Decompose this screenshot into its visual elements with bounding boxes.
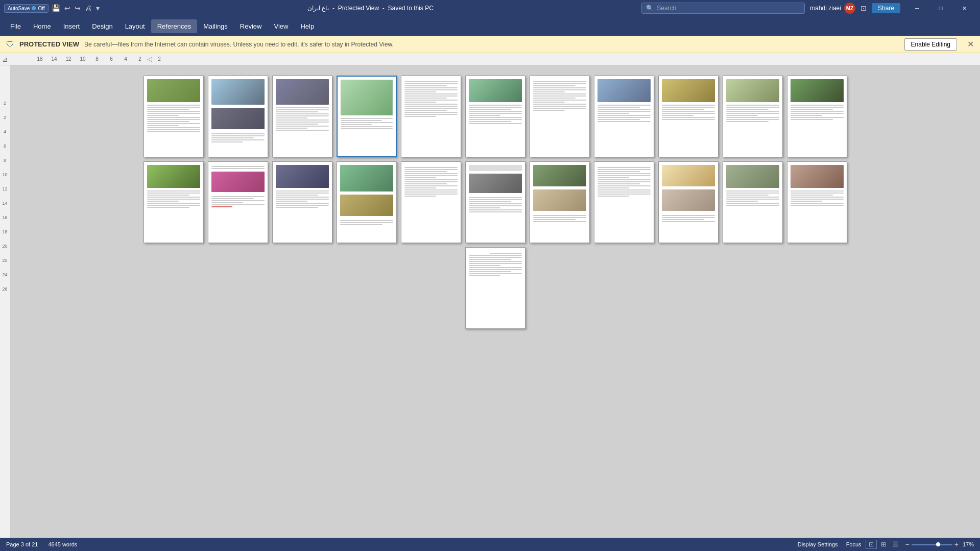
save-icon[interactable]: 💾 — [52, 4, 60, 12]
text-line — [791, 201, 822, 202]
text-line — [533, 102, 565, 103]
display-settings[interactable]: Display Settings — [798, 541, 838, 547]
page-thumb-6[interactable] — [465, 76, 525, 157]
read-mode-view-button[interactable]: ☰ — [890, 540, 901, 549]
page-thumb-17[interactable] — [465, 161, 525, 243]
menu-layout[interactable]: Layout — [119, 19, 151, 33]
autosave-toggle[interactable]: AutoSave Off — [4, 4, 49, 13]
page-13-text-top — [211, 165, 265, 170]
title-bar-right: mahdi ziaei MZ ⊡ Share — [810, 3, 900, 14]
ruler-arrow-left: ◁ — [147, 55, 152, 63]
page-thumb-13[interactable] — [208, 161, 268, 243]
text-line — [469, 117, 522, 118]
text-line — [726, 203, 779, 204]
page-thumb-19[interactable] — [594, 161, 654, 243]
page-thumb-2[interactable] — [208, 76, 268, 157]
text-line — [533, 106, 586, 107]
page-7-text — [533, 79, 586, 112]
close-button[interactable]: ✕ — [952, 0, 976, 16]
menu-help[interactable]: Help — [294, 19, 320, 33]
menu-review[interactable]: Review — [234, 19, 268, 33]
zoom-slider[interactable] — [912, 544, 952, 545]
page-thumb-3[interactable] — [272, 76, 332, 157]
menu-file[interactable]: File — [4, 19, 27, 33]
page-thumb-10[interactable] — [723, 76, 783, 157]
search-input[interactable] — [657, 5, 800, 12]
text-line — [533, 104, 586, 105]
page-thumb-4[interactable] — [337, 76, 397, 157]
web-layout-view-button[interactable]: ⊞ — [878, 540, 889, 549]
document-area[interactable] — [10, 65, 980, 538]
print-icon[interactable]: 🖨 — [85, 4, 92, 12]
page-thumb-8[interactable] — [594, 76, 654, 157]
page-thumb-14[interactable] — [272, 161, 332, 243]
text-line — [147, 113, 200, 114]
text-line — [211, 198, 254, 199]
ribbon-display-icon[interactable]: ⊡ — [861, 4, 867, 12]
menu-home[interactable]: Home — [27, 19, 57, 33]
text-line — [597, 121, 651, 122]
text-line — [726, 205, 779, 206]
zoom-in-button[interactable]: + — [954, 540, 959, 548]
page-8-text — [597, 104, 651, 123]
page-thumb-23[interactable] — [465, 247, 525, 329]
minimize-button[interactable]: ─ — [905, 0, 929, 16]
text-line — [341, 128, 393, 129]
enable-editing-button[interactable]: Enable Editing — [904, 38, 957, 51]
text-line — [404, 175, 458, 176]
text-line — [147, 121, 189, 122]
menu-references[interactable]: References — [151, 19, 197, 33]
text-line — [469, 115, 500, 116]
text-line — [341, 118, 393, 119]
page-thumb-5[interactable] — [401, 76, 461, 157]
text-line — [597, 189, 651, 190]
more-icon[interactable]: ▾ — [96, 4, 100, 12]
page-thumb-22[interactable] — [787, 161, 847, 243]
page-thumb-15[interactable] — [337, 161, 397, 243]
left-ruler-4: 4 — [4, 125, 6, 139]
text-line — [211, 133, 265, 134]
page-thumb-1[interactable] — [144, 76, 204, 157]
text-line — [147, 119, 200, 120]
restore-button[interactable]: □ — [929, 0, 952, 16]
menu-design[interactable]: Design — [86, 19, 118, 33]
text-line — [147, 195, 189, 196]
text-line — [469, 205, 522, 206]
menu-view[interactable]: View — [268, 19, 294, 33]
page-thumb-11[interactable] — [787, 76, 847, 157]
focus-mode[interactable]: Focus — [846, 541, 862, 547]
text-line — [147, 105, 200, 106]
menu-insert[interactable]: Insert — [57, 19, 86, 33]
text-line — [276, 199, 329, 200]
page-thumb-12[interactable] — [144, 161, 204, 243]
protected-message: Be careful—files from the Internet can c… — [84, 41, 899, 48]
menu-mailings[interactable]: Mailings — [197, 19, 234, 33]
page-thumb-21[interactable] — [723, 161, 783, 243]
text-line — [791, 117, 844, 118]
page-thumb-18[interactable] — [530, 161, 590, 243]
text-line — [791, 107, 844, 108]
page-13-text — [211, 195, 265, 208]
text-line — [469, 201, 511, 202]
share-button[interactable]: Share — [872, 3, 900, 13]
page-thumb-20[interactable] — [658, 161, 719, 243]
left-ruler-18: 18 — [2, 225, 7, 239]
page-21-text — [726, 189, 779, 207]
redo-icon[interactable]: ↪ — [75, 4, 81, 12]
page-thumb-7[interactable] — [530, 76, 590, 157]
text-line — [533, 95, 586, 97]
text-line — [404, 171, 447, 172]
page-thumb-16[interactable] — [401, 161, 461, 243]
saved-state: Saved to this PC — [388, 5, 433, 12]
zoom-out-button[interactable]: − — [905, 540, 910, 548]
print-layout-view-button[interactable]: ⊡ — [866, 540, 877, 549]
text-line — [404, 189, 458, 190]
text-line — [533, 87, 586, 88]
text-line — [276, 113, 329, 114]
protected-close-icon[interactable]: ✕ — [967, 39, 974, 49]
search-box[interactable]: 🔍 — [641, 3, 805, 14]
shield-icon: 🛡 — [6, 40, 14, 49]
undo-icon[interactable]: ↩ — [64, 4, 70, 12]
text-line — [597, 169, 651, 170]
page-thumb-9[interactable] — [658, 76, 719, 157]
